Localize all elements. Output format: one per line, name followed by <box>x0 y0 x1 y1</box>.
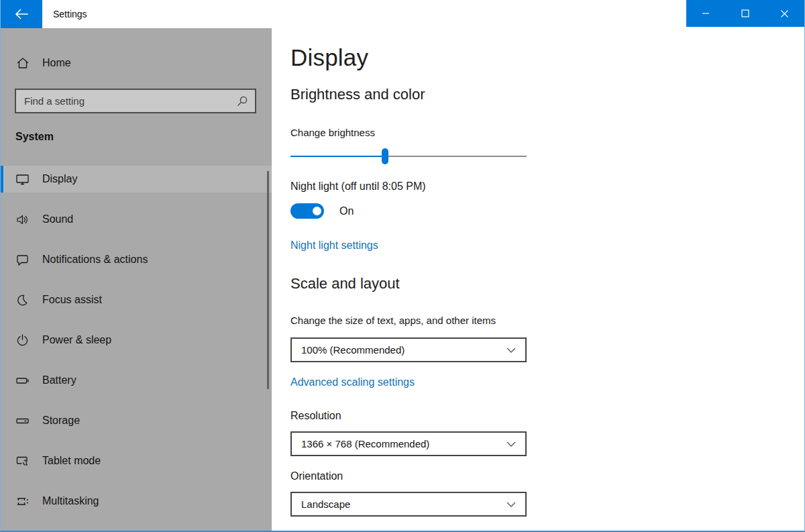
caption-controls <box>686 0 804 27</box>
resolution-label: Resolution <box>290 410 341 422</box>
sidebar-nav: Display Sound Notifications & actio <box>1 166 272 515</box>
slider-fill <box>290 156 385 157</box>
close-icon <box>780 9 789 18</box>
slider-thumb[interactable] <box>382 148 388 164</box>
chevron-down-icon <box>506 348 516 353</box>
night-light-toggle-row: On <box>290 203 354 219</box>
home-icon <box>15 56 30 70</box>
scale-dropdown-value: 100% (Recommended) <box>301 344 506 356</box>
sidebar-item-label: Sound <box>42 213 73 225</box>
sidebar-item-label: Storage <box>42 415 80 427</box>
brightness-slider-label: Change brightness <box>290 127 375 138</box>
maximize-button[interactable] <box>726 0 765 27</box>
night-light-label: Night light (off until 8:05 PM) <box>290 180 426 193</box>
search-box <box>15 89 256 113</box>
sidebar-home-label: Home <box>42 57 71 69</box>
resolution-dropdown[interactable]: 1366 × 768 (Recommended) <box>290 431 527 456</box>
sidebar: Home System Display <box>1 28 272 531</box>
sound-icon <box>15 213 30 227</box>
sidebar-item-display[interactable]: Display <box>1 166 272 193</box>
sidebar-item-multitasking[interactable]: Multitasking <box>1 488 272 515</box>
sidebar-item-label: Display <box>42 173 77 185</box>
main-content: Display Brightness and color Change brig… <box>272 28 804 531</box>
battery-icon <box>15 374 30 388</box>
sidebar-item-focus-assist[interactable]: Focus assist <box>1 286 272 313</box>
back-button[interactable] <box>1 0 42 28</box>
orientation-dropdown-value: Landscape <box>301 498 506 510</box>
chevron-down-icon <box>506 502 516 507</box>
sidebar-item-label: Battery <box>42 374 76 386</box>
sidebar-item-label: Tablet mode <box>42 455 101 467</box>
sidebar-item-label: Power & sleep <box>42 334 111 346</box>
sidebar-item-sound[interactable]: Sound <box>1 206 272 233</box>
night-light-settings-link[interactable]: Night light settings <box>290 240 378 252</box>
orientation-label: Orientation <box>290 470 343 482</box>
search-input[interactable] <box>16 90 255 112</box>
sidebar-item-notifications[interactable]: Notifications & actions <box>1 246 272 273</box>
sidebar-item-power-sleep[interactable]: Power & sleep <box>1 327 272 354</box>
page-title: Display <box>290 44 368 71</box>
minimize-button[interactable] <box>686 0 726 27</box>
chevron-down-icon <box>506 441 516 447</box>
toggle-knob <box>313 207 321 215</box>
sidebar-scrollbar[interactable] <box>267 171 269 389</box>
sidebar-section-header: System <box>15 131 54 143</box>
sidebar-item-home[interactable]: Home <box>1 49 272 77</box>
advanced-scaling-link[interactable]: Advanced scaling settings <box>290 376 415 388</box>
power-icon <box>15 333 30 348</box>
back-arrow-icon <box>14 8 29 20</box>
notifications-icon <box>15 253 30 267</box>
settings-window: Settings <box>0 0 805 532</box>
close-button[interactable] <box>765 0 804 27</box>
orientation-dropdown[interactable]: Landscape <box>290 492 527 517</box>
sidebar-item-label: Focus assist <box>42 294 102 306</box>
night-light-toggle[interactable] <box>290 203 324 219</box>
scale-size-label: Change the size of text, apps, and other… <box>290 315 496 326</box>
toggle-state-label: On <box>339 205 354 217</box>
focus-assist-icon <box>15 293 30 307</box>
brightness-heading: Brightness and color <box>290 86 425 103</box>
multitasking-icon <box>15 494 30 509</box>
sidebar-item-storage[interactable]: Storage <box>1 407 272 434</box>
scale-layout-heading: Scale and layout <box>290 275 400 292</box>
sidebar-item-battery[interactable]: Battery <box>1 367 272 394</box>
sidebar-item-label: Multitasking <box>42 495 99 507</box>
maximize-icon <box>741 9 749 17</box>
display-icon <box>15 172 30 187</box>
tablet-mode-icon <box>15 454 30 468</box>
brightness-slider[interactable] <box>290 148 527 164</box>
scale-dropdown[interactable]: 100% (Recommended) <box>290 337 527 362</box>
sidebar-item-label: Notifications & actions <box>42 254 148 266</box>
minimize-icon <box>702 9 710 17</box>
sidebar-item-tablet-mode[interactable]: Tablet mode <box>1 447 272 474</box>
resolution-dropdown-value: 1366 × 768 (Recommended) <box>301 438 506 449</box>
search-icon <box>236 95 248 107</box>
app-title: Settings <box>53 9 87 19</box>
storage-icon <box>15 414 30 428</box>
titlebar: Settings <box>1 0 804 28</box>
